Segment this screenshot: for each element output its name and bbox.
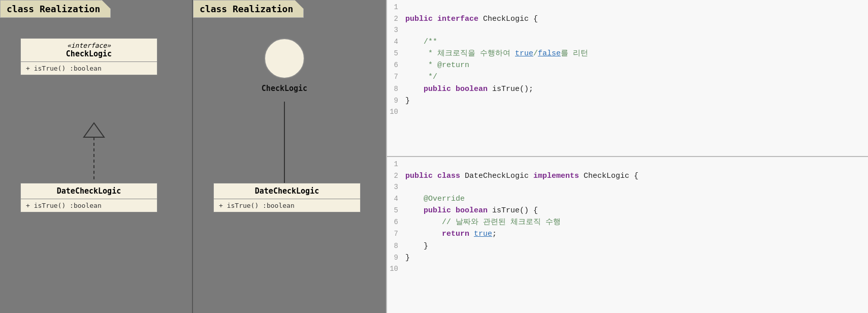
realization-arrow [79, 122, 109, 183]
line-num: 8 [387, 241, 405, 252]
code-line-1-1: 1 [387, 2, 868, 13]
interface-member: + isTrue() :boolean [26, 65, 152, 72]
svg-marker-0 [84, 123, 104, 137]
datachecklogic-name-2: DateCheckLogic [219, 186, 355, 196]
interface-name: CheckLogic [26, 49, 152, 58]
code-line-1-2: 2 public interface CheckLogic { [387, 13, 868, 25]
datachecklogic-member-1: + isTrue() :boolean [26, 202, 152, 209]
code-line-2-6: 6 // 날짜와 관련된 체크로직 수행 [387, 216, 868, 228]
datachecklogic-box-1: DateCheckLogic + isTrue() :boolean [20, 183, 157, 212]
code-line-1-10: 10 [387, 107, 868, 118]
code-line-2-1: 1 [387, 159, 868, 170]
code-line-2-3: 3 [387, 182, 868, 193]
line-num: 5 [387, 205, 405, 216]
code-line-2-7: 7 return true; [387, 228, 868, 240]
code-panels: 1 2 public interface CheckLogic { 3 4 /*… [386, 0, 868, 313]
code-line-2-2: 2 public class DateCheckLogic implements… [387, 170, 868, 182]
interface-circle [264, 38, 305, 79]
line-num: 4 [387, 37, 405, 48]
line-num: 6 [387, 217, 405, 228]
code-line-1-6: 6 * @return [387, 59, 868, 71]
line-num: 3 [387, 25, 405, 36]
diagram2-title: class Realization [193, 0, 304, 18]
uml-diagram-2: class Realization CheckLogic DateCheckLo… [193, 0, 386, 313]
code-line-2-5: 5 public boolean isTrue() { [387, 205, 868, 216]
line-num: 6 [387, 60, 405, 71]
code-line-2-8: 8 } [387, 240, 868, 252]
code-line-2-9: 9 } [387, 252, 868, 264]
interface-circle-label: CheckLogic [251, 84, 317, 93]
line-num: 4 [387, 194, 405, 205]
line-num: 7 [387, 72, 405, 83]
line-num: 2 [387, 14, 405, 25]
code-line-2-4: 4 @Override [387, 193, 868, 205]
line-num: 8 [387, 84, 405, 95]
datachecklogic-box-2: DateCheckLogic + isTrue() :boolean [213, 183, 361, 212]
interface-box: «interface» CheckLogic + isTrue() :boole… [20, 38, 157, 75]
code-line-1-5: 5 * 체크로직을 수행하여 true/false를 리턴 [387, 48, 868, 59]
line-num: 10 [387, 107, 405, 118]
line-num: 9 [387, 96, 405, 107]
line-num: 3 [387, 182, 405, 193]
interface-stereotype: «interface» [26, 42, 152, 49]
line-num: 10 [387, 264, 405, 275]
line-num: 9 [387, 253, 405, 264]
line-num: 2 [387, 171, 405, 182]
lollipop-line [282, 102, 287, 183]
code-line-2-10: 10 [387, 264, 868, 275]
datachecklogic-member-2: + isTrue() :boolean [219, 202, 355, 209]
datachecklogic-name-1: DateCheckLogic [26, 186, 152, 196]
line-num: 7 [387, 229, 405, 240]
line-num: 5 [387, 48, 405, 59]
code-panel-1: 1 2 public interface CheckLogic { 3 4 /*… [387, 0, 868, 157]
code-line-1-9: 9 } [387, 95, 868, 107]
code-line-1-8: 8 public boolean isTrue(); [387, 83, 868, 95]
code-line-1-7: 7 */ [387, 71, 868, 83]
code-line-1-4: 4 /** [387, 36, 868, 48]
line-num: 1 [387, 2, 405, 13]
code-line-1-3: 3 [387, 25, 868, 36]
code-panel-2: 1 2 public class DateCheckLogic implemen… [387, 157, 868, 313]
line-num: 1 [387, 159, 405, 170]
uml-diagram-1: class Realization «interface» CheckLogic… [0, 0, 193, 313]
diagram1-title: class Realization [0, 0, 111, 18]
